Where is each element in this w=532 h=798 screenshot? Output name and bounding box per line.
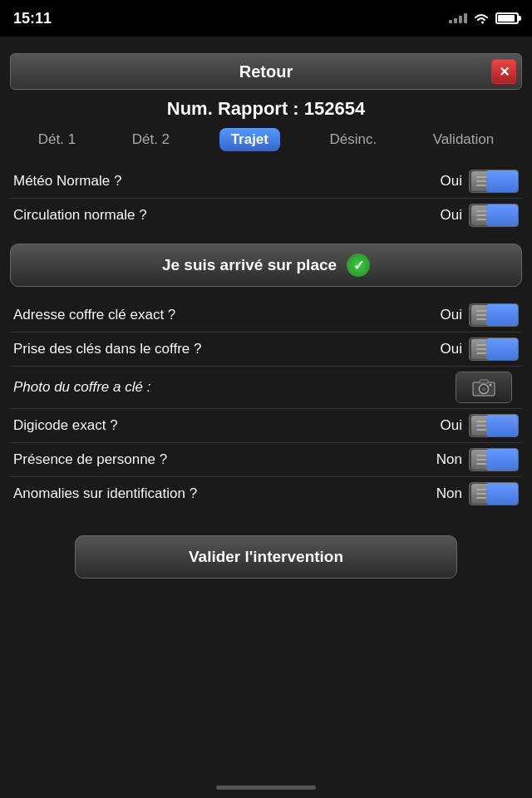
anomalies-label: Anomalies sur identification ?: [13, 485, 421, 502]
camera-icon: [472, 378, 495, 397]
arrive-button-label: Je suis arrivé sur place: [162, 256, 337, 274]
validate-button[interactable]: Valider l'intervention: [75, 535, 457, 579]
toggle-on-area: [486, 304, 518, 326]
anomalies-row: Anomalies sur identification ? Non: [10, 477, 522, 510]
meteo-toggle[interactable]: [469, 170, 519, 193]
photo-row: Photo du coffre a clé :: [10, 367, 522, 409]
tab-det2[interactable]: Dét. 2: [126, 128, 176, 151]
prise-row: Prise des clés dans le coffre ? Oui: [10, 332, 522, 367]
signal-icon: [449, 13, 467, 23]
presence-row: Présence de personne ? Non: [10, 443, 522, 477]
prise-toggle[interactable]: [469, 337, 519, 361]
presence-value: Non: [421, 451, 462, 468]
digicode-label: Digicode exact ?: [13, 417, 421, 434]
status-time: 15:11: [13, 10, 52, 27]
bottom-form-section: Adresse coffre clé exact ? Oui Prise des…: [10, 298, 522, 510]
circulation-value: Oui: [421, 207, 462, 224]
tab-validation[interactable]: Validation: [426, 128, 500, 151]
validate-button-label: Valider l'intervention: [189, 548, 343, 566]
adresse-value: Oui: [421, 307, 462, 323]
camera-button[interactable]: [456, 372, 512, 403]
tab-trajet[interactable]: Trajet: [219, 128, 280, 151]
toggle-on-area: [486, 338, 518, 360]
main-content: Retour ✕ Num. Rapport : 152654 Dét. 1 Dé…: [0, 37, 532, 579]
wifi-icon: [472, 12, 490, 25]
toggle-on-area: [486, 483, 518, 505]
photo-label: Photo du coffre a clé :: [13, 379, 456, 396]
toggle-on-area: [486, 415, 518, 436]
digicode-toggle[interactable]: [469, 414, 519, 437]
prise-label: Prise des clés dans le coffre ?: [13, 341, 421, 357]
presence-label: Présence de personne ?: [13, 451, 421, 468]
check-icon: ✓: [347, 254, 370, 277]
tab-det1[interactable]: Dét. 1: [32, 128, 82, 151]
close-button[interactable]: ✕: [491, 59, 516, 84]
tab-desinc[interactable]: Désinc.: [323, 128, 384, 151]
svg-point-4: [490, 384, 492, 387]
home-indicator: [216, 786, 316, 790]
adresse-row: Adresse coffre clé exact ? Oui: [10, 298, 522, 332]
prise-value: Oui: [421, 341, 462, 357]
digicode-row: Digicode exact ? Oui: [10, 409, 522, 443]
meteo-value: Oui: [421, 173, 462, 190]
toggle-on-area: [486, 204, 518, 226]
presence-toggle[interactable]: [469, 448, 519, 471]
circulation-label: Circulation normale ?: [13, 207, 421, 224]
arrive-button[interactable]: Je suis arrivé sur place ✓: [10, 244, 522, 287]
status-bar: 15:11: [0, 0, 532, 37]
close-icon: ✕: [499, 64, 510, 80]
svg-point-2: [481, 387, 486, 392]
status-icons: [449, 12, 519, 25]
svg-rect-3: [480, 380, 488, 383]
tab-bar: Dét. 1 Dét. 2 Trajet Désinc. Validation: [10, 128, 522, 151]
retour-bar[interactable]: Retour ✕: [10, 53, 522, 90]
adresse-toggle[interactable]: [469, 303, 519, 327]
circulation-toggle[interactable]: [469, 204, 519, 227]
rapport-number: Num. Rapport : 152654: [10, 98, 522, 120]
anomalies-toggle[interactable]: [469, 482, 519, 505]
top-form-section: Météo Normale ? Oui Circulation normale …: [10, 165, 522, 232]
toggle-on-area: [486, 449, 518, 470]
retour-label: Retour: [239, 62, 293, 81]
battery-icon: [495, 12, 519, 24]
meteo-label: Météo Normale ?: [13, 173, 421, 190]
meteo-row: Météo Normale ? Oui: [10, 165, 522, 199]
digicode-value: Oui: [421, 417, 462, 434]
adresse-label: Adresse coffre clé exact ?: [13, 307, 421, 323]
circulation-row: Circulation normale ? Oui: [10, 199, 522, 232]
anomalies-value: Non: [421, 485, 462, 502]
toggle-on-area: [486, 170, 518, 192]
